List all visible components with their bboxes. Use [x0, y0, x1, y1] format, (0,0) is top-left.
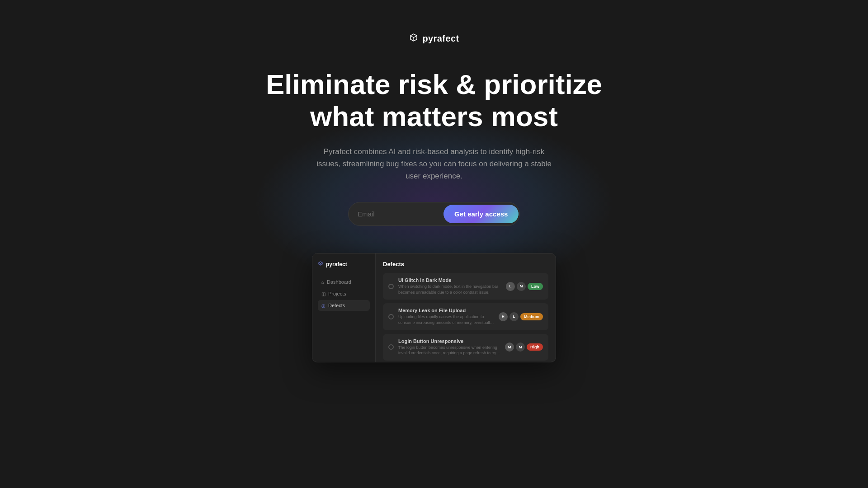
- defect-card-1: UI Glitch in Dark Mode When switching to…: [383, 273, 548, 300]
- logo-text: pyrafect: [422, 33, 459, 44]
- tag-L-1: L: [506, 282, 515, 291]
- folder-icon: ◫: [321, 291, 326, 296]
- content-wrapper: pyrafect Eliminate risk & prioritize wha…: [0, 0, 868, 362]
- section-title: Defects: [383, 261, 548, 267]
- severity-badge-1: Low: [528, 283, 543, 290]
- logo-area: pyrafect: [409, 33, 459, 45]
- sidebar-item-defects-label: Defects: [328, 303, 345, 308]
- defect-title-1: UI Glitch in Dark Mode: [398, 277, 501, 283]
- defect-tags-2: H L Medium: [499, 312, 543, 321]
- defect-card-3: Login Button Unresponsive The login butt…: [383, 334, 548, 361]
- defect-desc-1: When switching to dark mode, text in the…: [398, 284, 501, 295]
- defect-info-2: Memory Leak on File Upload Uploading fil…: [398, 308, 494, 325]
- defects-icon: ◎: [321, 303, 326, 308]
- defect-radio-2: [388, 314, 394, 319]
- hero-subtext: Pyrafect combines AI and risk-based anal…: [312, 145, 556, 183]
- defect-card-2: Memory Leak on File Upload Uploading fil…: [383, 303, 548, 330]
- defect-tags-3: M M High: [505, 343, 543, 352]
- defect-tags-1: L M Low: [506, 282, 543, 291]
- defect-desc-3: The login button becomes unresponsive wh…: [398, 345, 500, 356]
- defect-info-3: Login Button Unresponsive The login butt…: [398, 338, 500, 356]
- email-input[interactable]: [358, 206, 443, 221]
- tag-M-1: M: [517, 282, 526, 291]
- home-icon: ⌂: [321, 280, 324, 285]
- defect-title-3: Login Button Unresponsive: [398, 338, 500, 344]
- defect-radio-3: [388, 344, 394, 350]
- preview-logo-text: pyrafect: [326, 261, 347, 267]
- logo-icon: [409, 33, 419, 45]
- severity-badge-3: High: [527, 343, 543, 351]
- app-preview: pyrafect ⌂ Dashboard ◫ Projects ◎ Defect…: [312, 253, 556, 362]
- preview-sidebar: pyrafect ⌂ Dashboard ◫ Projects ◎ Defect…: [312, 253, 376, 362]
- defect-desc-2: Uploading files rapidly causes the appli…: [398, 314, 494, 325]
- early-access-button[interactable]: Get early access: [443, 205, 519, 223]
- sidebar-item-dashboard-label: Dashboard: [327, 279, 351, 285]
- defect-title-2: Memory Leak on File Upload: [398, 308, 494, 313]
- defect-radio-1: [388, 284, 394, 289]
- preview-logo-icon: [318, 261, 323, 267]
- sidebar-item-dashboard[interactable]: ⌂ Dashboard: [318, 277, 370, 287]
- email-form: Get early access: [348, 202, 520, 226]
- sidebar-item-projects-label: Projects: [328, 291, 346, 296]
- tag-M-3b: M: [516, 343, 525, 352]
- preview-logo: pyrafect: [318, 261, 370, 267]
- severity-badge-2: Medium: [520, 313, 543, 320]
- hero-heading: Eliminate risk & prioritize what matters…: [266, 68, 602, 133]
- tag-L-2: L: [509, 312, 519, 321]
- preview-inner: pyrafect ⌂ Dashboard ◫ Projects ◎ Defect…: [312, 253, 556, 362]
- defect-info-1: UI Glitch in Dark Mode When switching to…: [398, 277, 501, 295]
- tag-H-2: H: [499, 312, 508, 321]
- sidebar-item-projects[interactable]: ◫ Projects: [318, 288, 370, 299]
- tag-M-3a: M: [505, 343, 514, 352]
- sidebar-item-defects[interactable]: ◎ Defects: [318, 300, 370, 311]
- preview-main: Defects UI Glitch in Dark Mode When swit…: [376, 253, 556, 362]
